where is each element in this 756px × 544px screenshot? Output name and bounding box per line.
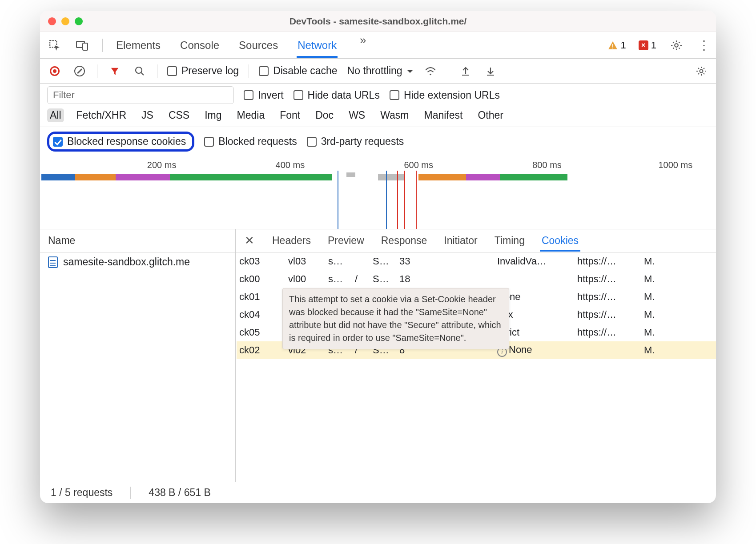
status-bar: 1 / 5 requests 438 B / 651 B (40, 482, 716, 503)
document-icon (48, 256, 58, 268)
download-har-icon[interactable] (483, 64, 498, 79)
svg-rect-2 (83, 43, 88, 50)
divider (102, 39, 103, 52)
divider (130, 487, 131, 499)
network-content: Name samesite-sandbox.glitch.me ✕ Header… (40, 229, 716, 482)
type-chip-doc[interactable]: Doc (313, 108, 336, 122)
third-party-requests-checkbox[interactable]: 3rd-party requests (307, 136, 404, 148)
tab-elements[interactable]: Elements (115, 33, 161, 58)
window-title: DevTools - samesite-sandbox.glitch.me/ (40, 16, 716, 27)
resource-type-filter: AllFetch/XHRJSCSSImgMediaFontDocWSWasmMa… (40, 107, 716, 127)
record-button[interactable] (47, 64, 62, 79)
main-tabs: Elements Console Sources Network » (115, 33, 370, 58)
tab-initiator[interactable]: Initiator (442, 230, 479, 252)
network-settings-icon[interactable] (694, 64, 709, 79)
main-tab-bar: Elements Console Sources Network » 1 × 1… (40, 32, 716, 59)
issues-error-badge[interactable]: × 1 (639, 40, 656, 51)
type-chip-fetch-xhr[interactable]: Fetch/XHR (74, 108, 129, 122)
tab-console[interactable]: Console (179, 33, 220, 58)
type-chip-img[interactable]: Img (202, 108, 224, 122)
disable-cache-label: Disable cache (273, 65, 337, 77)
close-detail-button[interactable]: ✕ (242, 234, 257, 248)
request-list: Name samesite-sandbox.glitch.me (40, 229, 236, 482)
devtools-window: DevTools - samesite-sandbox.glitch.me/ E… (40, 11, 716, 503)
network-conditions-icon[interactable] (423, 64, 438, 79)
name-column-header[interactable]: Name (40, 229, 235, 252)
request-row[interactable]: samesite-sandbox.glitch.me (40, 252, 235, 272)
network-toolbar: Preserve log Disable cache No throttling (40, 59, 716, 84)
svg-point-8 (700, 69, 703, 72)
type-chip-font[interactable]: Font (277, 108, 303, 122)
throttling-select[interactable]: No throttling (347, 65, 413, 77)
timeline-tick: 400 ms (276, 160, 305, 170)
blocked-cookie-tooltip: This attempt to set a cookie via a Set-C… (282, 288, 509, 349)
titlebar: DevTools - samesite-sandbox.glitch.me/ (40, 11, 716, 32)
preserve-log-checkbox[interactable]: Preserve log (167, 65, 239, 77)
error-icon: × (639, 40, 648, 50)
svg-rect-3 (612, 44, 613, 47)
search-icon[interactable] (132, 64, 147, 79)
timeline-tick: 1000 ms (658, 160, 692, 170)
request-url: samesite-sandbox.glitch.me (63, 256, 190, 268)
type-chip-other[interactable]: Other (475, 108, 506, 122)
type-chip-all[interactable]: All (47, 108, 64, 122)
tab-timing[interactable]: Timing (493, 230, 527, 252)
tab-response[interactable]: Response (379, 230, 429, 252)
more-tabs-icon[interactable]: » (355, 33, 370, 48)
svg-point-7 (430, 73, 431, 75)
invert-checkbox[interactable]: Invert (244, 89, 284, 101)
warning-count: 1 (621, 40, 626, 51)
preserve-log-label: Preserve log (181, 65, 239, 77)
svg-point-6 (136, 67, 142, 73)
filter-input[interactable] (47, 86, 234, 104)
hide-extension-urls-checkbox[interactable]: Hide extension URLs (390, 89, 500, 101)
timeline-overview[interactable]: 200 ms400 ms600 ms800 ms1000 ms (40, 158, 716, 229)
checkbox-checked-icon (53, 137, 63, 147)
tab-network[interactable]: Network (297, 33, 338, 58)
divider (249, 64, 249, 78)
status-transfer: 438 B / 651 B (149, 487, 210, 499)
tab-headers[interactable]: Headers (270, 230, 313, 252)
tab-sources[interactable]: Sources (238, 33, 279, 58)
highlighted-blocked-response-cookies: Blocked response cookies (47, 132, 194, 152)
clear-button[interactable] (72, 64, 87, 79)
issues-warning-badge[interactable]: 1 (607, 40, 626, 51)
divider (157, 64, 157, 78)
type-chip-js[interactable]: JS (139, 108, 156, 122)
type-chip-ws[interactable]: WS (346, 108, 368, 122)
detail-tabs: ✕ Headers Preview Response Initiator Tim… (236, 229, 716, 252)
chevron-down-icon (407, 70, 413, 76)
type-chip-media[interactable]: Media (234, 108, 268, 122)
type-chip-wasm[interactable]: Wasm (378, 108, 411, 122)
tab-cookies[interactable]: Cookies (540, 230, 580, 252)
upload-har-icon[interactable] (458, 64, 473, 79)
type-chip-css[interactable]: CSS (166, 108, 192, 122)
filter-row: Invert Hide data URLs Hide extension URL… (40, 84, 716, 107)
checkbox-icon (259, 66, 269, 76)
svg-rect-4 (612, 48, 613, 48)
filter-icon[interactable] (107, 64, 122, 79)
disable-cache-checkbox[interactable]: Disable cache (259, 65, 337, 77)
warning-icon (607, 40, 618, 51)
timeline-tick: 800 ms (532, 160, 562, 170)
kebab-menu-icon[interactable]: ⋮ (696, 38, 712, 53)
throttling-value: No throttling (347, 65, 402, 77)
settings-icon[interactable] (669, 38, 684, 53)
blocked-response-cookies-checkbox[interactable]: Blocked response cookies (53, 136, 186, 148)
tab-preview[interactable]: Preview (326, 230, 366, 252)
network-option-row: Blocked response cookies Blocked request… (40, 127, 716, 158)
cookies-grid[interactable]: This attempt to set a cookie via a Set-C… (236, 252, 716, 482)
device-toolbar-icon[interactable] (75, 38, 90, 53)
status-requests: 1 / 5 requests (51, 487, 113, 499)
cookie-row[interactable]: ck00vl00s…/S…18https://…M. (237, 270, 716, 288)
hide-data-urls-checkbox[interactable]: Hide data URLs (294, 89, 380, 101)
svg-point-5 (675, 44, 678, 47)
error-count: 1 (651, 40, 656, 51)
inspect-element-icon[interactable] (47, 38, 62, 53)
timeline-tick: 600 ms (404, 160, 433, 170)
divider (97, 64, 97, 78)
type-chip-manifest[interactable]: Manifest (422, 108, 466, 122)
cookie-row[interactable]: ck03vl03s…S…33InvalidVa…https://…M. (237, 252, 716, 270)
blocked-requests-checkbox[interactable]: Blocked requests (204, 136, 297, 148)
request-detail: ✕ Headers Preview Response Initiator Tim… (236, 229, 716, 482)
